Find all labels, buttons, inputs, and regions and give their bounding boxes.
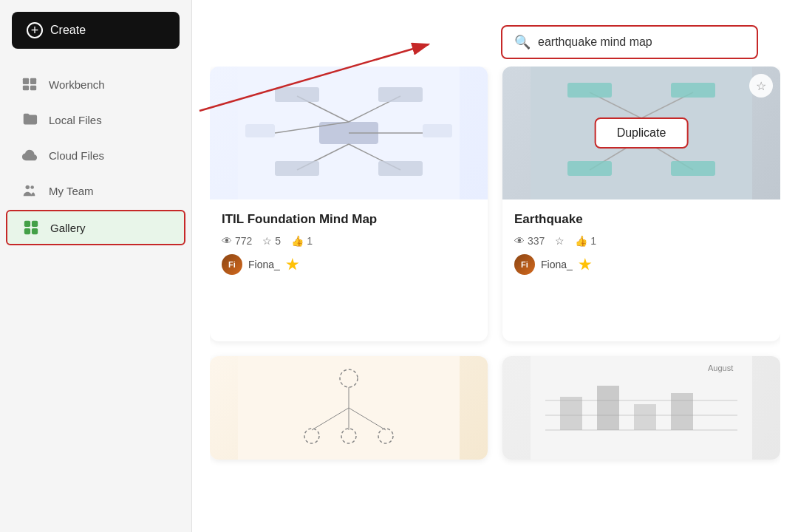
sidebar-item-label: Gallery [50, 222, 86, 234]
author-name: Fiona_ [248, 259, 280, 270]
stars-stat: ☆ [555, 235, 565, 247]
views-stat: 👁 772 [222, 235, 252, 247]
workbench-icon [21, 75, 38, 93]
sidebar-item-label: My Team [49, 185, 94, 197]
sidebar-item-label: Cloud Files [49, 149, 104, 162]
svg-rect-23 [378, 161, 423, 176]
star-icon: ☆ [262, 235, 272, 247]
svg-rect-1 [30, 78, 36, 84]
sidebar-item-cloud-files[interactable]: Cloud Files [6, 139, 185, 171]
card-body-earthquake: Earthquake 👁 337 ☆ 👍 1 Fi [502, 200, 780, 341]
cloud-icon [21, 146, 38, 164]
card-itil: ITIL Foundation Mind Map 👁 772 ☆ 5 👍 1 [210, 66, 488, 341]
sidebar-item-label: Local Files [49, 114, 102, 126]
svg-rect-34 [567, 161, 612, 176]
sidebar-item-gallery[interactable]: Gallery [6, 210, 185, 245]
svg-rect-21 [378, 87, 423, 102]
card-thumbnail-third [210, 356, 488, 460]
card-stats-itil: 👁 772 ☆ 5 👍 1 [222, 235, 476, 247]
card-fourth: August [502, 356, 780, 460]
card-stats-earthquake: 👁 337 ☆ 👍 1 [514, 235, 768, 247]
card-thumbnail-fourth: August [502, 356, 780, 460]
search-row: 🔍 [210, 18, 780, 59]
svg-text:August: August [708, 364, 733, 372]
folder-icon [21, 111, 38, 129]
likes-count: 1 [307, 235, 313, 247]
plus-icon: + [27, 22, 43, 38]
svg-rect-32 [567, 83, 612, 98]
star-icon: ☆ [555, 235, 565, 247]
card-author-itil: Fi Fiona_ [222, 254, 476, 275]
author-name: Fiona_ [541, 259, 573, 270]
duplicate-button[interactable]: Duplicate [595, 117, 689, 149]
svg-rect-6 [24, 221, 30, 227]
svg-rect-8 [24, 228, 30, 234]
stars-count: 5 [275, 235, 281, 247]
svg-point-4 [26, 185, 30, 189]
svg-rect-35 [671, 161, 715, 176]
avatar-earthquake: Fi [514, 254, 535, 275]
sidebar-item-local-files[interactable]: Local Files [6, 103, 185, 136]
card-earthquake: ☆ Duplicate Earthquake 👁 337 ☆ 👍 1 [502, 66, 780, 341]
likes-stat: 👍 1 [575, 235, 596, 247]
star-button[interactable]: ☆ [749, 74, 773, 98]
gold-badge [579, 258, 592, 271]
svg-rect-9 [32, 228, 38, 234]
third-preview [210, 356, 488, 460]
likes-count: 1 [590, 235, 596, 247]
team-icon [21, 182, 38, 200]
gallery-icon [22, 219, 40, 236]
svg-rect-50 [560, 397, 582, 430]
svg-rect-33 [671, 83, 715, 98]
search-container: 🔍 [501, 25, 758, 59]
svg-rect-51 [597, 386, 619, 430]
create-label: Create [50, 24, 86, 37]
create-button[interactable]: + Create [12, 12, 180, 49]
card-thumbnail-earthquake: ☆ Duplicate [502, 66, 780, 200]
cards-grid: ITIL Foundation Mind Map 👁 772 ☆ 5 👍 1 [210, 66, 780, 514]
gold-badge [286, 258, 299, 271]
search-input[interactable] [538, 35, 745, 49]
svg-rect-24 [245, 124, 275, 137]
card-body-itil: ITIL Foundation Mind Map 👁 772 ☆ 5 👍 1 [210, 200, 488, 341]
svg-rect-22 [275, 161, 319, 176]
card-thumbnail-itil [210, 66, 488, 200]
eye-icon: 👁 [514, 235, 525, 247]
card-author-earthquake: Fi Fiona_ [514, 254, 768, 275]
like-icon: 👍 [575, 235, 587, 247]
svg-rect-2 [23, 86, 29, 90]
svg-rect-0 [23, 78, 29, 84]
views-stat: 👁 337 [514, 235, 545, 247]
like-icon: 👍 [291, 235, 304, 247]
card-third [210, 356, 488, 460]
svg-rect-3 [30, 86, 36, 90]
eye-icon: 👁 [222, 235, 232, 247]
likes-stat: 👍 1 [291, 235, 313, 247]
svg-rect-20 [275, 87, 319, 102]
sidebar-item-workbench[interactable]: Workbench [6, 68, 185, 100]
card-title-earthquake: Earthquake [514, 211, 768, 228]
sidebar-item-my-team[interactable]: My Team [6, 174, 185, 207]
sidebar-item-label: Workbench [49, 78, 105, 91]
svg-rect-25 [423, 124, 452, 137]
itil-mindmap-preview [210, 66, 488, 200]
views-count: 772 [235, 235, 252, 247]
svg-rect-53 [671, 393, 693, 430]
svg-rect-52 [634, 404, 656, 430]
avatar-itil: Fi [222, 254, 242, 275]
card-title-itil: ITIL Foundation Mind Map [222, 211, 476, 228]
fourth-preview: August [502, 356, 780, 460]
views-count: 337 [528, 235, 545, 247]
search-icon: 🔍 [514, 34, 531, 50]
svg-rect-7 [32, 221, 38, 227]
stars-stat: ☆ 5 [262, 235, 281, 247]
svg-point-5 [30, 185, 34, 189]
main-content: 🔍 [192, 0, 798, 532]
sidebar: + Create Workbench Local Files [0, 0, 192, 532]
